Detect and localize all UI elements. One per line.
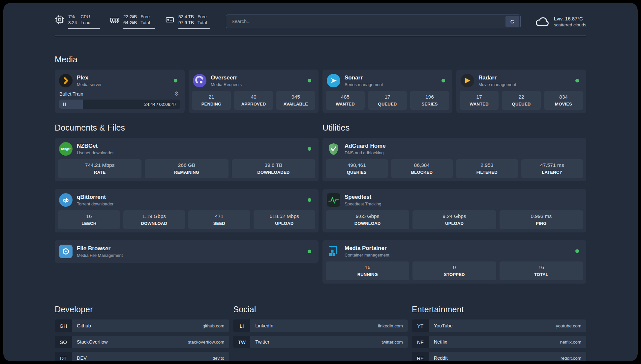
card-portainer[interactable]: Media Portainer Container management 16 … bbox=[322, 240, 586, 284]
stat-tile: 22 QUEUED bbox=[502, 91, 541, 110]
stat-label: BLOCKED bbox=[392, 170, 452, 175]
stat-value: 16 bbox=[501, 264, 582, 270]
overseerr-icon bbox=[193, 74, 206, 87]
speedtest-icon bbox=[327, 193, 340, 207]
stat-value: 471 bbox=[190, 213, 249, 219]
app-name: Overseerr bbox=[211, 75, 242, 81]
app-subtitle: Media Requests bbox=[211, 82, 242, 87]
stat-tile: 21 PENDING bbox=[192, 91, 231, 110]
card-radarr[interactable]: Radarr Movie management 17 WANTED 22 QUE… bbox=[456, 70, 586, 113]
cpu-load-value: 3.24 bbox=[68, 20, 77, 26]
stat-value: 47.571 ms bbox=[523, 162, 582, 168]
status-dot bbox=[174, 79, 177, 82]
stat-value: 17 bbox=[461, 94, 497, 100]
section-title-documents: Documents & Files bbox=[55, 123, 319, 133]
bookmark-reddit[interactable]: RE Reddit reddit.com bbox=[412, 352, 586, 361]
section-media: Media Plex Media server bbox=[55, 55, 586, 113]
bookmark-name: Reddit bbox=[434, 355, 448, 361]
gear-icon[interactable]: ⚙ bbox=[174, 91, 179, 97]
stat-label: SERIES bbox=[412, 102, 448, 106]
stat-value: 2,953 bbox=[457, 162, 517, 168]
stat-label: LEECH bbox=[59, 221, 119, 226]
card-sonarr[interactable]: Sonarr Series management 485 WANTED 17 Q… bbox=[322, 70, 452, 113]
stat-tile: 834 MOVIES bbox=[544, 91, 583, 110]
cpu-label: CPU bbox=[80, 14, 90, 20]
stat-label: MOVIES bbox=[545, 102, 582, 106]
app-subtitle: Container management bbox=[345, 253, 389, 258]
card-qbittorrent[interactable]: qb qBittorrent Torrent downloader 16 bbox=[55, 189, 319, 232]
section-title-social: Social bbox=[233, 305, 408, 314]
stat-value: 485 bbox=[327, 94, 363, 100]
stat-tile: 744.21 Mbps RATE bbox=[58, 159, 141, 178]
stat-label: APPROVED bbox=[235, 102, 272, 106]
disk-icon bbox=[165, 15, 175, 25]
stat-label: TOTAL bbox=[501, 272, 582, 277]
stat-label: AVAILABLE bbox=[278, 102, 314, 106]
bookmark-dev[interactable]: DT DEV dev.to bbox=[55, 352, 229, 361]
stat-tile: 40 APPROVED bbox=[234, 91, 273, 110]
bookmark-domain: dev.to bbox=[213, 356, 225, 361]
stat-value: 196 bbox=[412, 94, 448, 100]
app-subtitle: Movie management bbox=[478, 82, 516, 87]
bookmark-github[interactable]: GH Github github.com bbox=[55, 319, 229, 332]
app-subtitle: Speedtest Tracking bbox=[345, 201, 381, 206]
bookmark-abbr: NF bbox=[412, 336, 429, 348]
bookmark-twitter[interactable]: TW Twitter twitter.com bbox=[233, 336, 408, 348]
cpu-stat: 7% 3.24 CPU Load bbox=[55, 14, 100, 29]
stat-tile: 945 AVAILABLE bbox=[276, 91, 315, 110]
stat-label: STOPPED bbox=[414, 272, 495, 277]
app-subtitle: Media File Management bbox=[77, 253, 123, 258]
stat-tile: 196 SERIES bbox=[410, 91, 449, 110]
bookmark-domain: stackoverflow.com bbox=[188, 340, 224, 345]
stat-label: WANTED bbox=[461, 102, 497, 106]
card-adguard[interactable]: AdGuard Home DNS and adblocking 498,461 … bbox=[322, 138, 586, 181]
stat-tile: 0 STOPPED bbox=[412, 261, 496, 280]
stat-label: DOWNLOAD bbox=[125, 221, 184, 226]
bookmark-abbr: DT bbox=[55, 352, 72, 361]
adguard-icon bbox=[327, 142, 340, 156]
app-name: File Browser bbox=[77, 245, 123, 252]
stat-label: PENDING bbox=[193, 102, 229, 106]
bookmark-domain: reddit.com bbox=[561, 356, 581, 361]
bookmark-name: Twitter bbox=[255, 339, 269, 345]
bookmark-abbr: TW bbox=[233, 336, 250, 348]
bookmark-name: DEV bbox=[77, 355, 87, 361]
card-overseerr[interactable]: Overseerr Media Requests 21 PENDING 40 A… bbox=[189, 70, 319, 113]
stat-label: PING bbox=[501, 221, 582, 226]
playback-progress-bar[interactable]: 24:44 / 02:06:47 bbox=[59, 100, 180, 109]
cpu-icon bbox=[55, 15, 65, 25]
bookmark-name: YouTube bbox=[434, 323, 453, 328]
stat-tile: 498,461 QUERIES bbox=[326, 159, 388, 178]
section-entertainment: Entertainment YT YouTube youtube.com NF … bbox=[412, 305, 586, 361]
bookmark-abbr: SO bbox=[55, 336, 72, 348]
stat-value: 17 bbox=[369, 94, 406, 100]
card-plex[interactable]: Plex Media server Bullet Train ⚙ bbox=[55, 70, 185, 113]
status-dot bbox=[575, 79, 579, 82]
cpu-usage-value: 7% bbox=[68, 14, 77, 20]
stat-value: 945 bbox=[278, 94, 314, 100]
stat-tile: 618.52 Mbps UPLOAD bbox=[254, 210, 316, 229]
disk-total-value: 97.9 TB bbox=[178, 20, 194, 26]
bookmark-linkedin[interactable]: LI LinkedIn linkedin.com bbox=[233, 319, 408, 332]
search-engine-button[interactable]: G bbox=[505, 16, 519, 27]
dashboard: 7% 3.24 CPU Load bbox=[3, 3, 638, 361]
stat-tile: 485 WANTED bbox=[326, 91, 365, 110]
card-speedtest[interactable]: Speedtest Speedtest Tracking 9.65 Gbps D… bbox=[322, 189, 586, 232]
app-name: Sonarr bbox=[345, 75, 383, 81]
bookmark-domain: twitter.com bbox=[382, 340, 403, 345]
card-filebrowser[interactable]: File Browser Media File Management bbox=[55, 240, 319, 263]
app-subtitle: Torrent downloader bbox=[77, 201, 113, 206]
card-nzbget[interactable]: nzbget NZBGet Usenet downloader 744.21 M… bbox=[55, 138, 319, 181]
bookmark-youtube[interactable]: YT YouTube youtube.com bbox=[412, 319, 586, 332]
bookmark-stackoverflow[interactable]: SO StackOverflow stackoverflow.com bbox=[55, 336, 229, 348]
search-input[interactable] bbox=[226, 15, 521, 28]
stat-value: 1.19 Gbps bbox=[125, 213, 184, 219]
bookmark-netflix[interactable]: NF Netflix netflix.com bbox=[412, 336, 586, 348]
section-developer: Developer GH Github github.com SO StackO… bbox=[55, 305, 229, 361]
bookmark-abbr: LI bbox=[233, 319, 250, 332]
app-subtitle: Series management bbox=[345, 82, 383, 87]
stat-label: QUERIES bbox=[327, 170, 386, 175]
stat-tile: 17 WANTED bbox=[460, 91, 499, 110]
app-subtitle: Media server bbox=[77, 82, 102, 87]
pause-icon[interactable] bbox=[63, 103, 66, 106]
